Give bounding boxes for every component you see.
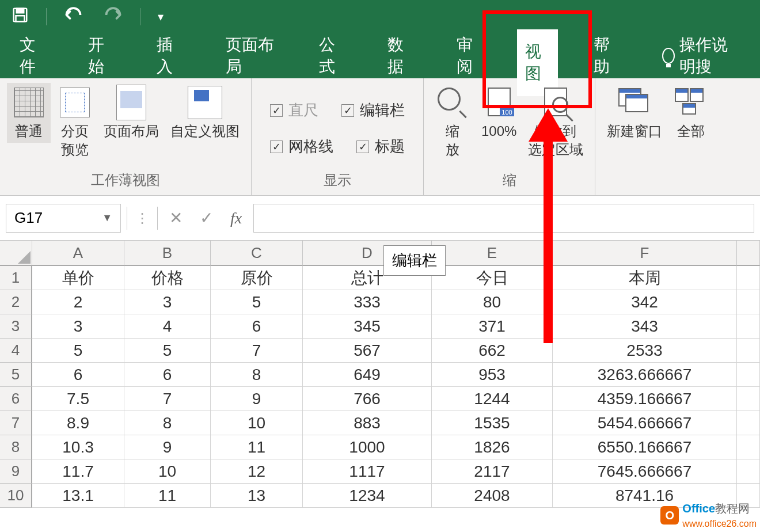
cell[interactable]: 11 (211, 435, 303, 459)
undo-icon[interactable] (64, 7, 85, 27)
cell[interactable]: 333 (303, 290, 432, 314)
row-header[interactable]: 10 (0, 484, 32, 508)
cell[interactable]: 1826 (432, 435, 553, 459)
cell[interactable]: 4359.166667 (553, 387, 737, 411)
cell[interactable]: 1234 (303, 484, 432, 508)
cell[interactable]: 1535 (432, 411, 553, 435)
row-header[interactable]: 1 (0, 266, 32, 290)
name-box-dropdown-icon[interactable]: ▼ (102, 212, 112, 224)
cell[interactable]: 今日 (432, 266, 553, 290)
row-header[interactable]: 7 (0, 411, 32, 435)
cell[interactable]: 80 (432, 290, 553, 314)
cell[interactable]: 2408 (432, 484, 553, 508)
checkbox-formulabar[interactable]: ✓ 编辑栏 (341, 100, 405, 120)
cell[interactable]: 单价 (32, 266, 124, 290)
cell[interactable]: 7.5 (32, 387, 124, 411)
cell[interactable]: 6 (211, 314, 303, 339)
cell[interactable] (737, 387, 760, 411)
cell[interactable]: 本周 (553, 266, 737, 290)
cell[interactable] (737, 363, 760, 387)
view-normal-button[interactable]: 普通 (7, 83, 51, 143)
cell[interactable]: 5454.666667 (553, 411, 737, 435)
cell[interactable]: 8.9 (32, 411, 124, 435)
tab-help[interactable]: 帮助 (586, 28, 626, 83)
formula-input[interactable] (253, 204, 754, 233)
cell[interactable]: 2117 (432, 459, 553, 484)
cell[interactable]: 6550.166667 (553, 435, 737, 459)
cell[interactable]: 343 (553, 314, 737, 339)
cell[interactable]: 2533 (553, 339, 737, 363)
cell[interactable]: 567 (303, 339, 432, 363)
cell[interactable]: 662 (432, 339, 553, 363)
row-header[interactable]: 4 (0, 339, 32, 363)
cell[interactable] (737, 459, 760, 484)
checkbox-gridlines[interactable]: ✓ 网格线 (270, 136, 333, 157)
cell[interactable]: 766 (303, 387, 432, 411)
col-header-a[interactable]: A (32, 241, 124, 266)
row-header[interactable]: 3 (0, 314, 32, 339)
cell[interactable]: 2 (32, 290, 124, 314)
cell[interactable]: 7 (124, 387, 211, 411)
row-header[interactable]: 8 (0, 435, 32, 459)
cell[interactable]: 371 (432, 314, 553, 339)
cell[interactable]: 953 (432, 363, 553, 387)
row-header[interactable]: 5 (0, 363, 32, 387)
cell[interactable] (737, 339, 760, 363)
col-header-c[interactable]: C (211, 241, 303, 266)
row-header[interactable]: 6 (0, 387, 32, 411)
save-icon[interactable] (12, 6, 29, 28)
tab-home[interactable]: 开始 (80, 28, 121, 83)
tell-me[interactable]: 操作说明搜 (654, 28, 748, 83)
fx-icon[interactable]: fx (230, 209, 242, 227)
cell[interactable]: 5 (32, 339, 124, 363)
cell[interactable]: 649 (303, 363, 432, 387)
customize-dropdown-icon[interactable]: ▾ (158, 10, 164, 24)
view-pagelayout-button[interactable]: 页面布局 (99, 83, 164, 143)
col-header-f[interactable]: F (553, 241, 737, 266)
cell[interactable]: 4 (124, 314, 211, 339)
row-header[interactable]: 9 (0, 459, 32, 484)
cell[interactable]: 6 (32, 363, 124, 387)
cell[interactable] (737, 411, 760, 435)
zoom-100-button[interactable]: 100 100% (477, 83, 521, 143)
cell[interactable]: 9 (124, 435, 211, 459)
worksheet-grid[interactable]: A B C D E F 1单价价格原价总计今日本周223533380342334… (0, 241, 760, 508)
tab-review[interactable]: 审阅 (449, 28, 489, 83)
zoom-selection-button[interactable]: 缩放到 选定区域 (523, 83, 588, 161)
cell[interactable] (737, 290, 760, 314)
cell[interactable]: 10.3 (32, 435, 124, 459)
cell[interactable]: 3 (124, 290, 211, 314)
cell[interactable]: 342 (553, 290, 737, 314)
redo-icon[interactable] (102, 7, 123, 27)
col-header-b[interactable]: B (124, 241, 211, 266)
cell[interactable] (737, 266, 760, 290)
cell[interactable]: 价格 (124, 266, 211, 290)
cell[interactable]: 8 (211, 363, 303, 387)
tab-file[interactable]: 文件 (12, 28, 52, 83)
row-header[interactable]: 2 (0, 290, 32, 314)
col-header-g[interactable] (737, 241, 760, 266)
cell[interactable]: 13.1 (32, 484, 124, 508)
new-window-button[interactable]: 新建窗口 (602, 83, 667, 143)
cell[interactable]: 8 (124, 411, 211, 435)
cell[interactable] (737, 314, 760, 339)
enter-icon[interactable]: ✓ (200, 208, 213, 227)
name-box[interactable]: G17 ▼ (6, 204, 121, 233)
cell[interactable]: 3 (32, 314, 124, 339)
cell[interactable]: 3263.666667 (553, 363, 737, 387)
cell[interactable]: 1000 (303, 435, 432, 459)
view-custom-button[interactable]: 自定义视图 (166, 83, 244, 143)
cell[interactable]: 7645.666667 (553, 459, 737, 484)
cell[interactable]: 10 (124, 459, 211, 484)
cell[interactable]: 6 (124, 363, 211, 387)
cell[interactable]: 11.7 (32, 459, 124, 484)
arrange-all-button[interactable]: 全部 (669, 83, 713, 143)
checkbox-headings[interactable]: ✓ 标题 (356, 136, 405, 157)
tab-insert[interactable]: 插入 (149, 28, 189, 83)
cell[interactable]: 1244 (432, 387, 553, 411)
col-header-e[interactable]: E (432, 241, 553, 266)
cell[interactable]: 5 (211, 290, 303, 314)
select-all-corner[interactable] (0, 241, 32, 266)
cell[interactable]: 345 (303, 314, 432, 339)
cell[interactable] (737, 435, 760, 459)
